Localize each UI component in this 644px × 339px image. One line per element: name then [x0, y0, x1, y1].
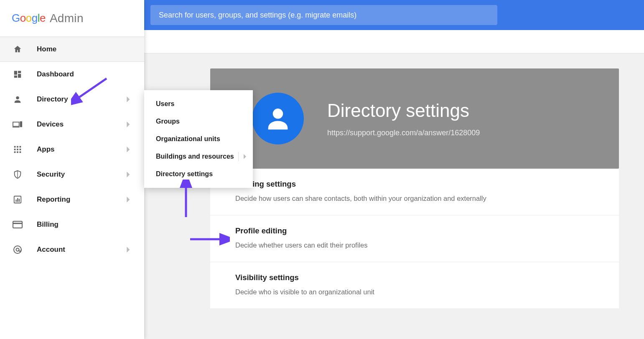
brand[interactable]: Google Admin — [0, 0, 144, 37]
page-hero: Directory settings https://support.googl… — [210, 68, 619, 169]
page-title: Directory settings — [327, 100, 480, 121]
submenu-item-directory-settings[interactable]: Directory settings — [144, 165, 253, 183]
svg-point-0 — [273, 109, 283, 119]
svg-rect-13 — [20, 149, 21, 150]
svg-rect-11 — [14, 149, 16, 150]
sidebar-item-security[interactable]: Security — [0, 162, 144, 187]
divider — [238, 152, 239, 161]
sidebar-item-home[interactable]: Home — [0, 37, 144, 62]
shield-icon — [13, 170, 23, 180]
nav: Home Dashboard Directory Devices — [0, 37, 144, 262]
svg-rect-9 — [17, 146, 18, 148]
section-desc: Decide how users can share contacts, bot… — [235, 195, 594, 202]
search-box[interactable] — [150, 5, 497, 25]
svg-rect-2 — [18, 71, 21, 73]
chevron-right-icon — [127, 147, 131, 152]
sidebar-item-label: Apps — [37, 145, 55, 154]
section-sharing[interactable]: Sharing settings Decide how users can sh… — [210, 169, 619, 215]
dashboard-icon — [13, 69, 23, 79]
sidebar-item-reporting[interactable]: Reporting — [0, 187, 144, 212]
card-icon — [13, 220, 23, 230]
submenu-item-label: Directory settings — [156, 170, 213, 178]
sidebar: Google Admin Home Dashboard Directory — [0, 0, 144, 339]
search-input[interactable] — [159, 11, 489, 20]
submenu-item-label: Organizational units — [156, 135, 220, 143]
devices-icon — [13, 119, 23, 129]
sidebar-item-billing[interactable]: Billing — [0, 212, 144, 237]
apps-icon — [13, 144, 23, 154]
person-icon — [13, 94, 23, 104]
svg-rect-6 — [13, 122, 19, 126]
chart-icon — [13, 195, 23, 205]
sidebar-item-label: Home — [37, 45, 56, 53]
sidebar-item-devices[interactable]: Devices — [0, 112, 144, 137]
section-desc: Decide whether users can edit their prof… — [235, 241, 594, 249]
submenu-item-label: Users — [156, 100, 174, 108]
directory-avatar — [252, 93, 304, 144]
submenu-item-label: Buildings and resources — [156, 153, 234, 160]
svg-rect-10 — [20, 146, 21, 148]
svg-point-23 — [14, 246, 21, 253]
at-icon — [13, 245, 23, 255]
settings-sections: Sharing settings Decide how users can sh… — [210, 169, 619, 309]
chevron-right-icon — [127, 172, 131, 177]
submenu-item-label: Groups — [156, 118, 180, 125]
home-icon — [13, 44, 23, 54]
help-link[interactable]: https://support.google.com/a/answer/1628… — [327, 129, 480, 137]
submenu-item-buildings[interactable]: Buildings and resources — [144, 148, 253, 165]
sidebar-item-apps[interactable]: Apps — [0, 137, 144, 162]
svg-point-5 — [16, 96, 19, 99]
svg-rect-7 — [20, 121, 23, 127]
sidebar-item-label: Devices — [37, 120, 64, 129]
svg-rect-21 — [13, 221, 22, 228]
svg-rect-20 — [19, 199, 20, 202]
google-logo: Google — [12, 12, 46, 25]
submenu-item-users[interactable]: Users — [144, 95, 253, 113]
svg-rect-14 — [14, 152, 16, 153]
svg-rect-3 — [18, 74, 21, 78]
svg-rect-16 — [20, 152, 21, 153]
submenu-item-org-units[interactable]: Organizational units — [144, 130, 253, 148]
section-title: Sharing settings — [235, 180, 594, 189]
sidebar-item-label: Dashboard — [37, 70, 74, 78]
svg-rect-8 — [14, 146, 16, 148]
svg-rect-1 — [14, 71, 17, 75]
section-visibility[interactable]: Visibility settings Decide who is visibl… — [210, 262, 619, 309]
sidebar-item-label: Directory — [37, 95, 68, 104]
svg-rect-4 — [14, 76, 17, 78]
chevron-right-icon — [127, 247, 131, 253]
svg-rect-19 — [17, 198, 18, 202]
chevron-right-icon — [127, 96, 131, 102]
sidebar-item-label: Reporting — [37, 195, 70, 204]
sidebar-item-dashboard[interactable]: Dashboard — [0, 62, 144, 87]
sidebar-item-label: Account — [37, 245, 65, 254]
brand-admin-label: Admin — [50, 12, 84, 25]
chevron-right-icon — [127, 121, 131, 127]
chevron-right-icon — [127, 197, 131, 202]
sidebar-item-account[interactable]: Account — [0, 237, 144, 262]
sidebar-item-directory[interactable]: Directory — [0, 87, 144, 112]
svg-rect-15 — [17, 152, 18, 153]
sidebar-item-label: Billing — [37, 220, 59, 229]
section-desc: Decide who is visible to an organization… — [235, 288, 594, 296]
chevron-right-icon — [244, 154, 247, 159]
section-title: Visibility settings — [235, 273, 594, 282]
person-icon — [263, 104, 293, 133]
section-profile-editing[interactable]: Profile editing Decide whether users can… — [210, 215, 619, 262]
submenu-item-groups[interactable]: Groups — [144, 113, 253, 130]
svg-rect-12 — [17, 149, 18, 150]
sub-header-bar — [144, 30, 644, 53]
section-title: Profile editing — [235, 226, 594, 235]
sidebar-item-label: Security — [37, 170, 65, 179]
directory-submenu: Users Groups Organizational units Buildi… — [144, 90, 253, 188]
svg-rect-18 — [15, 200, 16, 202]
svg-point-24 — [16, 248, 19, 251]
